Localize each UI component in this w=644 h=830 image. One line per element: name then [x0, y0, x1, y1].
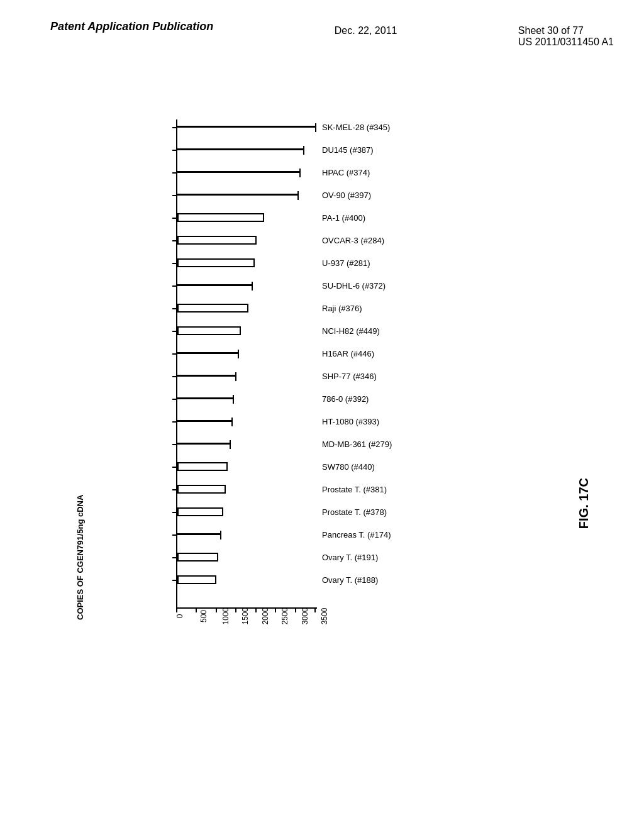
- bar-line: [177, 352, 238, 354]
- row-label: Prostate T. (#381): [322, 485, 387, 494]
- row-label: Ovary T. (#191): [322, 553, 378, 562]
- x-tick: [235, 607, 236, 612]
- x-label: 3000: [301, 608, 309, 625]
- y-tick: [172, 150, 176, 151]
- bar-outline: [177, 462, 228, 471]
- bar-outline: [177, 326, 241, 335]
- bar-outline: [177, 575, 216, 584]
- row-label: SU-DHL-6 (#372): [322, 281, 386, 290]
- chart-container: SK-MEL-28 (#345)DU145 (#387)HPAC (#374)O…: [38, 101, 591, 780]
- row-label: U-937 (#281): [322, 258, 370, 268]
- bar-cap: [297, 191, 299, 200]
- x-tick: [295, 607, 296, 612]
- bar-outline: [177, 258, 255, 267]
- patent-title: Patent Application Publication: [50, 20, 213, 33]
- row-label: HT-1080 (#393): [322, 417, 379, 426]
- x-label: 2500: [280, 608, 289, 625]
- x-tick: [216, 607, 217, 612]
- row-label: OVCAR-3 (#284): [322, 236, 384, 245]
- header-right: Sheet 30 of 77 US 2011/0311450 A1: [518, 20, 614, 48]
- bar-cap: [299, 169, 301, 177]
- bar-cap: [303, 146, 304, 155]
- bar-line: [177, 284, 252, 286]
- x-label: 3500: [320, 608, 329, 625]
- bar-outline: [177, 236, 257, 245]
- x-tick: [314, 607, 316, 612]
- fig-label: FIG. 17C: [577, 478, 591, 529]
- header-date: Dec. 22, 2011: [335, 20, 397, 36]
- row-label: SHP-77 (#346): [322, 372, 377, 381]
- bar-cap: [252, 282, 253, 290]
- y-tick: [172, 195, 176, 196]
- x-label: 500: [199, 610, 208, 622]
- y-tick: [172, 467, 176, 468]
- header-left: Patent Application Publication: [50, 20, 213, 33]
- y-tick: [172, 534, 176, 536]
- x-tick: [255, 607, 257, 612]
- row-label: MD-MB-361 (#279): [322, 440, 392, 449]
- y-tick: [172, 557, 176, 558]
- bar-cap: [238, 350, 239, 358]
- patent-number: US 2011/0311450 A1: [518, 36, 614, 48]
- y-tick: [172, 421, 176, 423]
- y-tick: [172, 172, 176, 174]
- y-tick: [172, 127, 176, 128]
- row-label: Raji (#376): [322, 304, 362, 313]
- y-tick: [172, 580, 176, 581]
- row-label: H16AR (#446): [322, 349, 374, 358]
- y-tick: [172, 353, 176, 355]
- y-tick: [172, 489, 176, 490]
- y-tick: [172, 218, 176, 219]
- bar-outline: [177, 304, 248, 313]
- row-label: Pancreas T. (#174): [322, 530, 391, 540]
- bar-cap: [233, 395, 234, 404]
- bar-outline: [177, 485, 226, 494]
- row-label: DU145 (#387): [322, 145, 374, 155]
- bar-cap: [230, 440, 231, 449]
- bar-line: [177, 420, 232, 422]
- bar-cap: [220, 531, 221, 540]
- row-label: 786-0 (#392): [322, 394, 369, 404]
- bar-line: [177, 533, 221, 535]
- y-tick: [172, 512, 176, 513]
- row-label: HPAC (#374): [322, 168, 370, 177]
- bar-cap: [315, 123, 316, 132]
- bar-line: [177, 194, 298, 196]
- bar-line: [177, 397, 233, 399]
- x-label: 1500: [242, 608, 250, 625]
- bar-outline: [177, 213, 264, 222]
- bar-line: [177, 443, 230, 445]
- x-label: 2000: [261, 608, 270, 625]
- bar-line: [177, 148, 304, 150]
- chart-area: SK-MEL-28 (#345)DU145 (#387)HPAC (#374)O…: [38, 101, 591, 780]
- y-tick: [172, 263, 176, 264]
- y-tick: [172, 240, 176, 241]
- row-label: Prostate T. (#378): [322, 507, 387, 517]
- y-tick: [172, 399, 176, 400]
- y-tick: [172, 331, 176, 332]
- bar-line: [177, 126, 316, 128]
- page-header: Patent Application Publication Dec. 22, …: [0, 0, 644, 48]
- y-axis-title: COPIES OF CGEN791/5ng cDNA: [75, 495, 85, 620]
- row-label: Ovary T. (#188): [322, 575, 378, 585]
- bar-cap: [235, 372, 236, 381]
- row-label: NCI-H82 (#449): [322, 326, 380, 336]
- y-tick: [172, 376, 176, 377]
- sheet-info: Sheet 30 of 77: [518, 25, 614, 36]
- bar-cap: [231, 418, 233, 426]
- x-tick: [196, 607, 197, 612]
- bar-line: [177, 375, 236, 377]
- x-tick: [275, 607, 276, 612]
- x-label: 0: [175, 614, 184, 619]
- y-tick: [172, 308, 176, 309]
- x-tick: [176, 607, 177, 612]
- row-label: PA-1 (#400): [322, 213, 365, 223]
- bar-outline: [177, 553, 218, 562]
- row-label: SK-MEL-28 (#345): [322, 123, 390, 132]
- y-tick: [172, 285, 176, 287]
- x-label: 1000: [221, 608, 230, 625]
- bar-line: [177, 171, 300, 173]
- y-tick: [172, 444, 176, 445]
- bar-outline: [177, 507, 223, 516]
- row-label: OV-90 (#397): [322, 191, 371, 200]
